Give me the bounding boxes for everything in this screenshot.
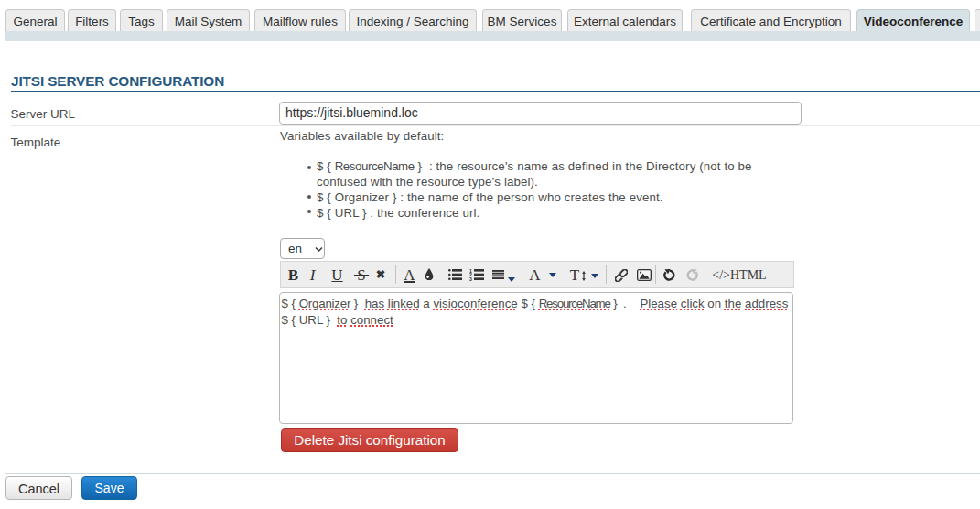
svg-text:3: 3: [469, 276, 472, 281]
